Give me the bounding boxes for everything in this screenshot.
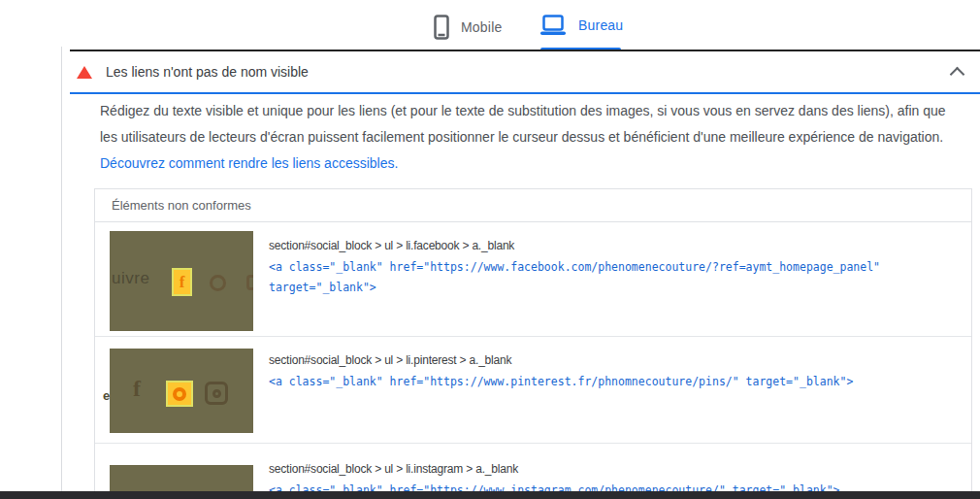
element-selector: section#social_block > ul > li.facebook … [269, 239, 956, 252]
audit-title: Les liens n'ont pas de nom visible [106, 64, 309, 80]
element-snippet: <a class="_blank" href="https://www.face… [269, 257, 909, 298]
instagram-icon [205, 382, 228, 405]
failing-elements-table: Éléments non conformes uivre f section#s… [94, 188, 972, 499]
bottom-taskbar-edge [0, 491, 980, 499]
pagespeed-report: Mobile Bureau Les liens n'ont pas de nom… [0, 0, 980, 499]
warning-triangle-icon [77, 66, 92, 79]
phone-icon [434, 15, 449, 40]
tab-mobile[interactable]: Mobile [434, 15, 502, 40]
element-thumbnail: uivre f [110, 231, 253, 331]
audit-expanded-divider [70, 92, 980, 94]
audit-header[interactable]: Les liens n'ont pas de nom visible [70, 51, 980, 92]
tab-desktop[interactable]: Bureau [539, 15, 623, 36]
audit-description: Rédigez du texte visible et unique pour … [100, 98, 962, 177]
chevron-up-icon[interactable] [950, 67, 965, 83]
element-thumbnail: f [110, 349, 253, 433]
element-selector: section#social_block > ul > li.pinterest… [269, 353, 956, 367]
left-pane-divider [61, 47, 62, 491]
laptop-icon [539, 15, 567, 36]
tab-desktop-label: Bureau [578, 17, 623, 33]
table-row: e f section#social_block > ul > li.pinte… [95, 336, 971, 443]
element-snippet: <a class="_blank" href="https://www.pint… [269, 372, 909, 392]
element-details: section#social_block > ul > li.pinterest… [269, 353, 956, 392]
element-details: section#social_block > ul > li.facebook … [269, 239, 956, 298]
table-row: uivre f section#social_block > ul > li.f… [95, 222, 971, 336]
learn-more-link[interactable]: Découvrez comment rendre les liens acces… [100, 150, 962, 177]
element-selector: section#social_block > ul > li.instagram… [269, 462, 956, 476]
table-header: Éléments non conformes [95, 189, 971, 222]
tab-mobile-label: Mobile [461, 19, 502, 35]
facebook-icon: f [133, 376, 141, 402]
facebook-icon: f [172, 268, 192, 296]
instagram-icon [246, 275, 253, 290]
thumbnail-cropped-text: uivre [112, 269, 149, 288]
pinterest-icon [166, 381, 193, 407]
audit-description-text: Rédigez du texte visible et unique pour … [100, 103, 946, 145]
pinterest-icon [210, 275, 226, 291]
